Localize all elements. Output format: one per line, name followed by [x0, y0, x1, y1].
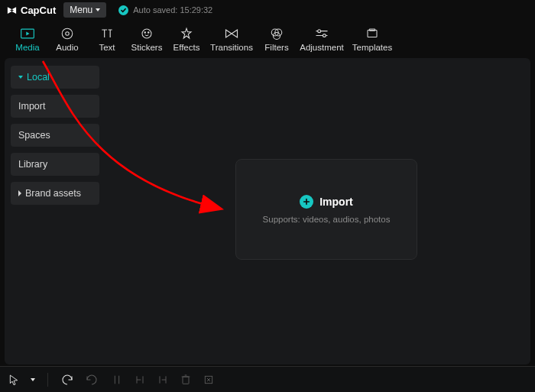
- import-subtitle: Supports: videos, audios, photos: [263, 215, 391, 224]
- tab-effects[interactable]: Effects: [167, 21, 206, 57]
- audio-icon: [60, 27, 74, 40]
- import-title: Import: [319, 196, 353, 208]
- media-sidebar: Local Import Spaces Library Brand assets: [5, 58, 105, 364]
- trim-left-tool[interactable]: [134, 374, 146, 386]
- tab-label: Templates: [352, 43, 392, 52]
- plus-circle-icon: [300, 195, 313, 209]
- svg-point-2: [66, 31, 70, 35]
- tab-label: Effects: [173, 43, 200, 52]
- sidebar-item-brand-assets[interactable]: Brand assets: [11, 182, 99, 205]
- menu-button[interactable]: Menu: [63, 2, 106, 18]
- cursor-tool[interactable]: [8, 374, 20, 386]
- tab-label: Stickers: [131, 43, 163, 52]
- media-content: Import Supports: videos, audios, photos: [105, 58, 530, 364]
- app-logo: CapCut: [6, 5, 56, 16]
- chevron-down-icon: [18, 76, 23, 79]
- separator: [47, 373, 48, 387]
- chevron-down-icon: [31, 378, 35, 381]
- menu-button-label: Menu: [70, 5, 92, 15]
- capcut-logo-icon: [6, 5, 18, 16]
- tab-label: Transitions: [210, 43, 253, 52]
- sidebar-item-label: Local: [27, 72, 50, 83]
- trim-right-tool[interactable]: [157, 374, 169, 386]
- sidebar-item-library[interactable]: Library: [11, 153, 99, 176]
- media-icon: [20, 27, 35, 40]
- title-bar: CapCut Menu Auto saved: 15:29:32: [0, 0, 535, 20]
- svg-point-9: [318, 29, 321, 32]
- svg-point-3: [142, 29, 151, 38]
- tab-audio[interactable]: Audio: [47, 21, 87, 57]
- adjustment-icon: [314, 27, 329, 40]
- sidebar-item-spaces[interactable]: Spaces: [11, 124, 99, 147]
- tab-label: Filters: [264, 43, 288, 52]
- cursor-tool-dropdown[interactable]: [31, 378, 35, 381]
- import-row: Import: [300, 195, 353, 209]
- tab-label: Audio: [56, 43, 78, 52]
- svg-point-10: [323, 34, 326, 37]
- tab-label: Media: [15, 43, 39, 52]
- delete-tool[interactable]: [180, 374, 192, 386]
- stickers-icon: [140, 27, 154, 40]
- sidebar-item-label: Spaces: [18, 130, 50, 141]
- svg-point-5: [148, 31, 150, 33]
- transitions-icon: [224, 27, 239, 40]
- chevron-right-icon: [18, 190, 21, 196]
- tab-stickers[interactable]: Stickers: [127, 21, 167, 57]
- import-dropzone[interactable]: Import Supports: videos, audios, photos: [235, 159, 417, 260]
- tab-text[interactable]: Text: [87, 21, 127, 57]
- autosave-text: Auto saved: 15:29:32: [133, 5, 212, 15]
- svg-rect-13: [183, 377, 189, 384]
- tool-tabs: Media Audio Text Stickers Effects Transi…: [0, 20, 535, 58]
- sidebar-item-local[interactable]: Local: [11, 66, 99, 89]
- undo-button[interactable]: [60, 374, 74, 386]
- sidebar-item-label: Library: [18, 159, 47, 170]
- sidebar-item-label: Import: [18, 101, 45, 112]
- check-circle-icon: [118, 5, 128, 15]
- svg-point-1: [62, 28, 73, 39]
- templates-icon: [365, 27, 379, 40]
- tab-templates[interactable]: Templates: [347, 21, 397, 57]
- tab-media[interactable]: Media: [8, 21, 47, 57]
- chevron-down-icon: [96, 8, 100, 11]
- crop-tool[interactable]: [203, 374, 215, 386]
- sidebar-item-import[interactable]: Import: [11, 95, 99, 118]
- autosave-status: Auto saved: 15:29:32: [118, 5, 212, 15]
- brand-name: CapCut: [21, 5, 56, 16]
- svg-point-4: [144, 31, 146, 33]
- tab-adjustment[interactable]: Adjustment: [297, 21, 347, 57]
- tab-transitions[interactable]: Transitions: [206, 21, 257, 57]
- tab-filters[interactable]: Filters: [257, 21, 297, 57]
- bottom-toolbar: [0, 366, 535, 392]
- filters-icon: [270, 27, 284, 40]
- sidebar-item-label: Brand assets: [25, 188, 81, 199]
- redo-button[interactable]: [85, 374, 99, 386]
- main-panel: Local Import Spaces Library Brand assets…: [5, 58, 530, 364]
- tab-label: Text: [99, 43, 115, 52]
- text-icon: [99, 27, 115, 40]
- effects-icon: [180, 27, 193, 40]
- tab-label: Adjustment: [300, 43, 344, 52]
- split-tool[interactable]: [111, 374, 123, 386]
- svg-rect-11: [368, 30, 377, 37]
